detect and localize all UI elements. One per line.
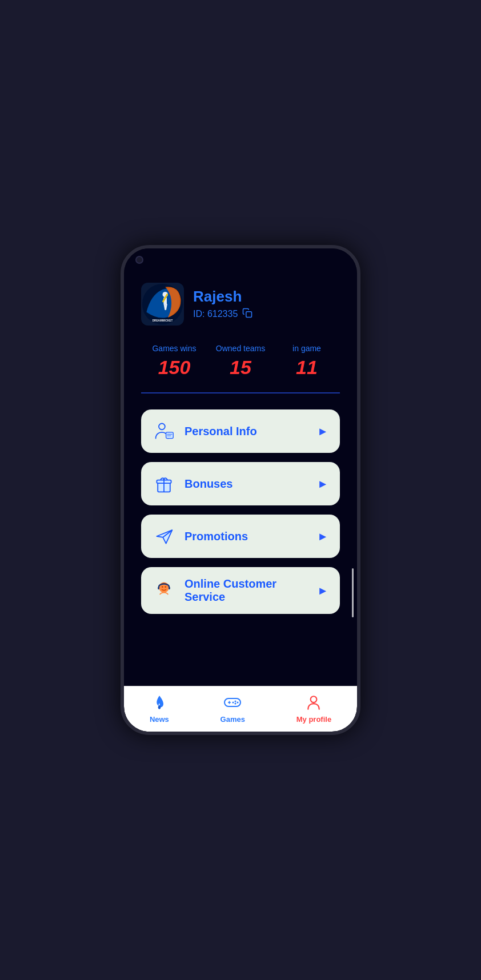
games-icon bbox=[224, 694, 241, 713]
in-game-label: in game bbox=[274, 344, 340, 353]
copy-icon[interactable] bbox=[242, 308, 252, 320]
svg-rect-9 bbox=[166, 432, 174, 439]
phone-frame: DREAMWICKET Rajesh ID: 612335 bbox=[121, 245, 360, 735]
games-wins-value: 150 bbox=[141, 356, 207, 379]
bonuses-label: Bonuses bbox=[185, 477, 308, 491]
my-profile-label: My profile bbox=[296, 715, 331, 724]
content-area: DREAMWICKET Rajesh ID: 612335 bbox=[124, 271, 357, 686]
scroll-indicator bbox=[352, 568, 354, 617]
empty-space bbox=[141, 614, 340, 686]
nav-item-news[interactable]: News bbox=[138, 690, 181, 728]
profile-name: Rajesh bbox=[193, 288, 340, 306]
svg-point-25 bbox=[237, 702, 239, 704]
news-icon bbox=[151, 694, 167, 713]
menu-item-bonuses[interactable]: Bonuses ► bbox=[141, 462, 340, 505]
owned-teams-label: Owned teams bbox=[207, 344, 274, 353]
bottom-nav: News Game bbox=[124, 686, 357, 732]
svg-point-28 bbox=[311, 696, 317, 702]
menu-list: Personal Info ► bbox=[141, 409, 340, 614]
camera-dot bbox=[135, 256, 143, 264]
owned-teams-value: 15 bbox=[207, 356, 274, 379]
status-bar bbox=[124, 248, 357, 271]
logo-icon: DREAMWICKET bbox=[141, 283, 184, 326]
phone-screen: DREAMWICKET Rajesh ID: 612335 bbox=[124, 248, 357, 732]
svg-rect-20 bbox=[169, 587, 170, 590]
personal-info-label: Personal Info bbox=[185, 425, 308, 438]
svg-text:DREAMWICKET: DREAMWICKET bbox=[153, 319, 173, 322]
menu-item-personal-info[interactable]: Personal Info ► bbox=[141, 409, 340, 453]
svg-point-15 bbox=[163, 479, 165, 481]
bonuses-icon bbox=[153, 472, 175, 495]
promotions-label: Promotions bbox=[185, 530, 308, 543]
games-wins-label: Games wins bbox=[141, 344, 207, 353]
profile-info: Rajesh ID: 612335 bbox=[193, 288, 340, 320]
avatar: DREAMWICKET bbox=[141, 283, 184, 326]
svg-point-8 bbox=[159, 424, 165, 430]
profile-section: DREAMWICKET Rajesh ID: 612335 bbox=[141, 283, 340, 326]
nav-item-games[interactable]: Games bbox=[209, 690, 256, 728]
in-game-value: 11 bbox=[274, 356, 340, 379]
stat-in-game: in game 11 bbox=[274, 344, 340, 379]
stat-owned-teams: Owned teams 15 bbox=[207, 344, 274, 379]
menu-item-customer-service[interactable]: Online Customer Service ► bbox=[141, 567, 340, 614]
promotions-icon bbox=[153, 525, 175, 548]
games-label: Games bbox=[221, 715, 245, 724]
svg-point-18 bbox=[165, 586, 166, 588]
personal-info-arrow: ► bbox=[317, 425, 328, 438]
bonuses-arrow: ► bbox=[317, 477, 328, 491]
nav-item-profile[interactable]: My profile bbox=[285, 690, 343, 728]
stats-divider bbox=[141, 392, 340, 393]
menu-item-promotions[interactable]: Promotions ► bbox=[141, 515, 340, 558]
stat-games-wins: Games wins 150 bbox=[141, 344, 207, 379]
svg-point-24 bbox=[235, 701, 237, 702]
stats-section: Games wins 150 Owned teams 15 in game 11 bbox=[141, 344, 340, 379]
svg-point-27 bbox=[233, 702, 234, 704]
profile-id-row: ID: 612335 bbox=[193, 308, 340, 320]
svg-rect-19 bbox=[158, 587, 159, 590]
profile-icon bbox=[306, 694, 321, 713]
promotions-arrow: ► bbox=[317, 530, 328, 543]
profile-id: ID: 612335 bbox=[193, 309, 238, 319]
svg-point-26 bbox=[235, 703, 237, 705]
svg-rect-7 bbox=[246, 312, 252, 318]
customer-service-label: Online Customer Service bbox=[185, 577, 308, 604]
customer-service-arrow: ► bbox=[317, 584, 328, 597]
personal-info-icon bbox=[153, 420, 175, 443]
customer-service-icon bbox=[153, 579, 175, 602]
news-label: News bbox=[150, 715, 169, 724]
svg-point-17 bbox=[162, 586, 163, 588]
